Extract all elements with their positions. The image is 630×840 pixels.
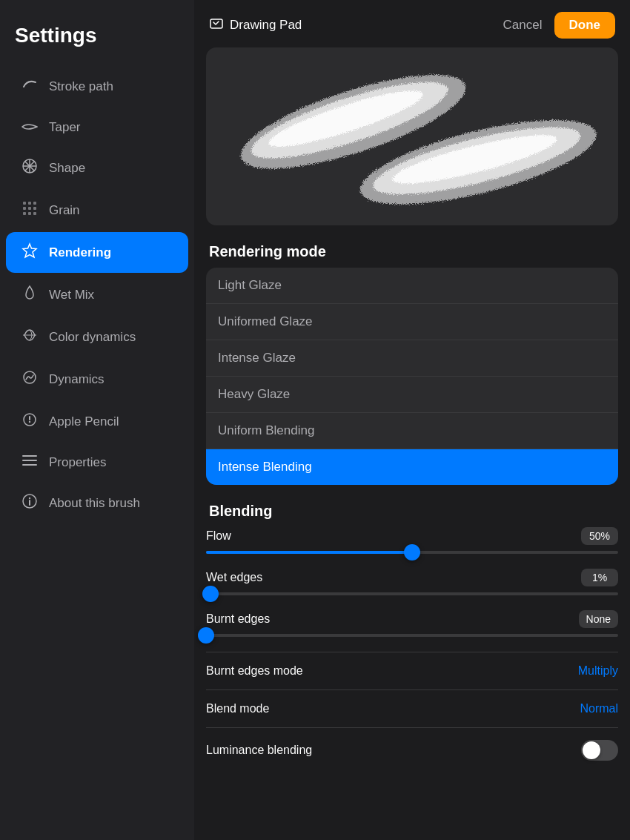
burnt-edges-slider[interactable] [206, 634, 618, 637]
sidebar-item-taper[interactable]: Taper [6, 108, 188, 146]
svg-rect-6 [28, 202, 31, 205]
blend-mode-row[interactable]: Blend mode Normal [206, 689, 618, 727]
sidebar-item-properties[interactable]: Properties [6, 443, 188, 481]
sidebar-item-label: Taper [49, 120, 81, 135]
sidebar-item-wet-mix[interactable]: Wet Mix [6, 274, 188, 315]
sidebar-item-label: Stroke path [49, 79, 113, 94]
svg-rect-5 [23, 202, 26, 205]
svg-rect-8 [23, 207, 26, 210]
sidebar: Settings Stroke path Taper Shape [0, 0, 194, 840]
flow-fill [206, 551, 412, 554]
sidebar-item-label: Grain [49, 203, 80, 218]
mode-light-glaze[interactable]: Light Glaze [206, 268, 618, 304]
flow-label-row: Flow 50% [206, 527, 618, 545]
about-icon [21, 493, 39, 513]
flow-row: Flow 50% [206, 527, 618, 554]
sidebar-item-dynamics[interactable]: Dynamics [6, 359, 188, 400]
mode-label: Heavy Glaze [218, 387, 290, 402]
flow-thumb [404, 544, 420, 560]
wet-edges-slider[interactable] [206, 592, 618, 595]
topbar-right: Cancel Done [503, 12, 615, 39]
main-panel: Drawing Pad Cancel Done [194, 0, 630, 840]
topbar: Drawing Pad Cancel Done [194, 0, 630, 47]
sidebar-item-shape[interactable]: Shape [6, 148, 188, 188]
mode-uniformed-glaze[interactable]: Uniformed Glaze [206, 304, 618, 340]
grain-icon [21, 200, 39, 220]
sidebar-item-apple-pencil[interactable]: Apple Pencil [6, 401, 188, 442]
mode-intense-glaze[interactable]: Intense Glaze [206, 340, 618, 377]
svg-rect-13 [33, 212, 36, 215]
properties-icon [21, 454, 39, 471]
mode-label: Uniform Blending [218, 423, 314, 438]
flow-label: Flow [206, 529, 231, 543]
mode-label: Intense Glaze [218, 351, 296, 366]
sidebar-item-label: Properties [49, 455, 106, 470]
luminance-blending-toggle[interactable] [581, 740, 618, 761]
sidebar-item-label: Color dynamics [49, 330, 136, 345]
shape-icon [21, 158, 39, 178]
toggle-knob [583, 741, 600, 759]
luminance-blending-row: Luminance blending [206, 727, 618, 773]
flow-slider[interactable] [206, 551, 618, 554]
drawing-pad-icon [209, 16, 224, 35]
sidebar-item-label: Rendering [49, 245, 111, 260]
sidebar-item-grain[interactable]: Grain [6, 190, 188, 231]
sidebar-item-rendering[interactable]: Rendering [6, 232, 188, 273]
svg-rect-9 [28, 207, 31, 210]
rendering-icon [21, 242, 39, 262]
sidebar-item-label: Wet Mix [49, 288, 94, 302]
mode-uniform-blending[interactable]: Uniform Blending [206, 413, 618, 449]
brush-preview [206, 47, 618, 225]
burnt-edges-mode-label: Burnt edges mode [206, 664, 303, 678]
drawing-pad-label: Drawing Pad [230, 18, 302, 33]
svg-point-19 [29, 421, 30, 423]
burnt-edges-mode-row[interactable]: Burnt edges mode Multiply [206, 652, 618, 689]
blend-mode-label: Blend mode [206, 702, 269, 715]
sidebar-item-color-dynamics[interactable]: Color dynamics [6, 317, 188, 357]
taper-icon [21, 119, 39, 136]
blend-mode-value: Normal [580, 702, 618, 715]
content-scroll[interactable]: Rendering mode Light Glaze Uniformed Gla… [194, 231, 630, 840]
sidebar-item-label: About this brush [49, 496, 140, 511]
topbar-left: Drawing Pad [209, 16, 302, 35]
wet-edges-row: Wet edges 1% [206, 569, 618, 595]
apple-pencil-icon [21, 411, 39, 431]
mode-heavy-glaze[interactable]: Heavy Glaze [206, 377, 618, 413]
mode-label: Uniformed Glaze [218, 314, 313, 329]
svg-point-25 [29, 497, 30, 499]
sidebar-item-about[interactable]: About this brush [6, 483, 188, 523]
luminance-blending-label: Luminance blending [206, 744, 312, 757]
done-button[interactable]: Done [554, 12, 616, 39]
blending-section: Blending Flow 50% Wet edges 1% [206, 503, 618, 773]
sidebar-item-label: Dynamics [49, 372, 105, 387]
rendering-mode-list: Light Glaze Uniformed Glaze Intense Glaz… [206, 268, 618, 485]
wet-edges-label: Wet edges [206, 571, 262, 584]
sidebar-item-label: Apple Pencil [49, 414, 119, 429]
mode-label: Light Glaze [218, 278, 282, 293]
burnt-edges-mode-value: Multiply [578, 664, 618, 678]
flow-value: 50% [581, 527, 618, 545]
wet-edges-value: 1% [581, 569, 618, 586]
mode-intense-blending[interactable]: Intense Blending [206, 449, 618, 485]
burnt-edges-thumb [198, 627, 214, 644]
svg-rect-11 [23, 212, 26, 215]
burnt-edges-label-row: Burnt edges None [206, 610, 618, 628]
cancel-button[interactable]: Cancel [503, 18, 543, 33]
brush-stroke-svg [206, 47, 618, 225]
svg-rect-10 [33, 207, 36, 210]
burnt-edges-row: Burnt edges None [206, 610, 618, 637]
dynamics-icon [21, 369, 39, 389]
wet-mix-icon [21, 285, 39, 305]
wet-edges-thumb [202, 586, 219, 602]
svg-rect-7 [33, 202, 36, 205]
mode-label: Intense Blending [218, 460, 312, 474]
sidebar-item-stroke-path[interactable]: Stroke path [6, 66, 188, 107]
color-dynamics-icon [21, 327, 39, 347]
wet-edges-label-row: Wet edges 1% [206, 569, 618, 586]
burnt-edges-value: None [579, 610, 618, 628]
svg-marker-14 [23, 244, 36, 257]
sidebar-title: Settings [0, 18, 194, 65]
rendering-mode-header: Rendering mode [209, 243, 615, 260]
sidebar-item-label: Shape [49, 161, 85, 176]
burnt-edges-label: Burnt edges [206, 612, 270, 626]
